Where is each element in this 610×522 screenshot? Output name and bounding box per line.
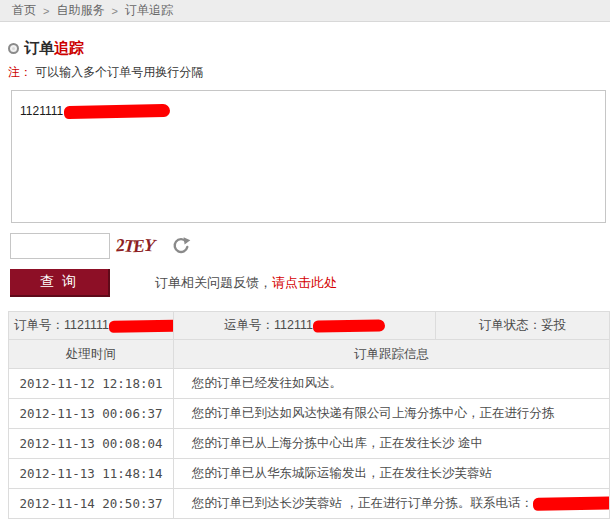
refresh-captcha-icon[interactable] (171, 236, 191, 256)
note-label: 注： (8, 65, 32, 79)
redaction-scribble (313, 319, 385, 332)
captcha-char: Y (143, 235, 156, 254)
order-number-label: 订单号： (14, 318, 64, 332)
order-number-value: 1121111 (64, 318, 109, 332)
table-row: 2012-11-13 00:06:37 您的订单已到达如风达快递有限公司上海分拣… (9, 399, 610, 429)
feedback-link[interactable]: 请点击此处 (272, 275, 337, 290)
event-info: 您的订单已经发往如风达。 (174, 369, 610, 399)
breadcrumb-selfservice-link[interactable]: 自助服务 (56, 2, 104, 19)
redaction-scribble (64, 104, 170, 119)
table-row: 2012-11-12 12:18:01 您的订单已经发往如风达。 (9, 369, 610, 399)
table-row: 2012-11-13 00:08:04 您的订单已从上海分拣中心出库，正在发往长… (9, 429, 610, 459)
table-row: 2012-11-13 11:48:14 您的订单已从华东城际运输发出，正在发往长… (9, 459, 610, 489)
event-info-text: 您的订单已到达长沙芙蓉站 ，正在进行订单分拣。联系电话： (192, 496, 533, 510)
captcha-input[interactable] (10, 233, 110, 259)
status-badge: 妥投 (541, 318, 566, 332)
event-info: 您的订单已从上海分拣中心出库，正在发往长沙 途中 (174, 429, 610, 459)
waybill-label: 运单号： (224, 318, 274, 332)
event-info: 您的订单已从华东城际运输发出，正在发往长沙芙蓉站 (174, 459, 610, 489)
event-info: 您的订单已到达长沙芙蓉站 ，正在进行订单分拣。联系电话： (174, 489, 610, 519)
waybill-number-cell: 运单号：112111 (174, 312, 436, 340)
order-number-cell: 订单号：1121111 (9, 312, 174, 340)
order-status-cell: 订单状态：妥投 (436, 312, 610, 340)
redaction-scribble (109, 319, 174, 333)
header-time: 处理时间 (9, 340, 174, 369)
captcha-row: 2 T E Y (10, 232, 610, 260)
bullet-icon (8, 43, 19, 54)
note-text: 可以输入多个订单号用换行分隔 (35, 65, 203, 79)
order-summary-row: 订单号：1121111 运单号：112111 订单状态：妥投 (9, 312, 610, 340)
breadcrumb: 首页 > 自助服务 > 订单追踪 (0, 0, 610, 22)
table-header-row: 处理时间 订单跟踪信息 (9, 340, 610, 369)
action-row: 查 询 订单相关问题反馈，请点击此处 (10, 269, 610, 297)
table-row: 2012-11-14 20:50:37 您的订单已到达长沙芙蓉站 ，正在进行订单… (9, 489, 610, 519)
page-title-accent: 追踪 (54, 39, 84, 58)
breadcrumb-current-page: 订单追踪 (125, 2, 173, 19)
header-info: 订单跟踪信息 (174, 340, 610, 369)
order-number-value: 1121111 (20, 104, 63, 118)
waybill-value: 112111 (274, 318, 313, 332)
event-time: 2012-11-14 20:50:37 (9, 489, 174, 519)
query-button[interactable]: 查 询 (10, 269, 110, 297)
page-title-prefix: 订单 (24, 39, 54, 58)
order-status-label: 订单状态： (479, 318, 542, 332)
breadcrumb-separator: > (43, 5, 49, 17)
input-note: 注： 可以输入多个订单号用换行分隔 (8, 64, 610, 81)
order-numbers-textarea[interactable]: 1121111 (11, 90, 606, 223)
feedback-text: 订单相关问题反馈，请点击此处 (155, 274, 337, 292)
event-time: 2012-11-12 12:18:01 (9, 369, 174, 399)
breadcrumb-separator: > (111, 5, 117, 17)
event-time: 2012-11-13 11:48:14 (9, 459, 174, 489)
redaction-scribble (533, 496, 610, 511)
tracking-table: 订单号：1121111 运单号：112111 订单状态：妥投 处理时间 订单跟踪… (8, 311, 610, 519)
captcha-image[interactable]: 2 T E Y (116, 237, 155, 255)
feedback-label: 订单相关问题反馈， (155, 275, 272, 290)
event-time: 2012-11-13 00:08:04 (9, 429, 174, 459)
event-info: 您的订单已到达如风达快递有限公司上海分拣中心，正在进行分拣 (174, 399, 610, 429)
breadcrumb-home-link[interactable]: 首页 (12, 2, 36, 19)
page-title: 订单 追踪 (8, 39, 610, 58)
event-time: 2012-11-13 00:06:37 (9, 399, 174, 429)
